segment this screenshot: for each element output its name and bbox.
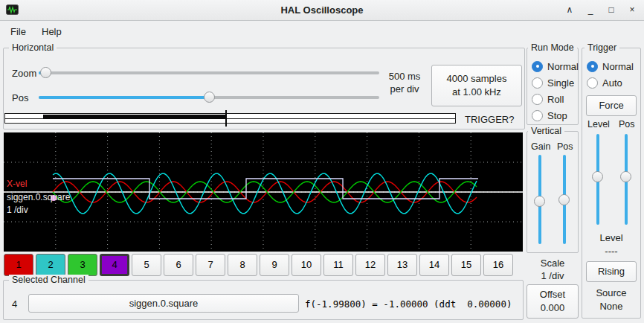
zoom-slider[interactable] [39, 66, 379, 80]
trigger-level-col-label: Level [587, 119, 610, 129]
titlebar: HAL Oscilloscope ∧ _ □ × [0, 0, 644, 21]
channel-button-9[interactable]: 9 [260, 254, 289, 276]
radio-single-icon [532, 77, 543, 89]
run-mode-group-label: Run Mode [528, 42, 577, 53]
pos-slider-handle[interactable] [204, 92, 215, 103]
channel-button-2[interactable]: 2 [36, 254, 65, 276]
per-div-label: 500 ms per div [381, 70, 428, 95]
channel-button-5[interactable]: 5 [132, 254, 161, 276]
radio-normal-label: Normal [602, 61, 634, 72]
radio-stop[interactable]: Stop [532, 107, 579, 124]
radio-normal[interactable]: Normal [532, 58, 579, 74]
samples-button[interactable]: 4000 samples at 1.00 kHz [431, 65, 522, 106]
app-window: HAL Oscilloscope ∧ _ □ × File Help Horiz… [0, 0, 644, 323]
vertical-group-label: Vertical [528, 126, 564, 136]
zoom-slider-handle[interactable] [40, 67, 51, 78]
radio-roll-label: Roll [547, 94, 564, 105]
radio-stop-icon [532, 110, 543, 121]
pos-label: Pos [12, 92, 28, 103]
zoom-slider-track [39, 71, 379, 74]
timeline[interactable] [4, 113, 456, 124]
shade-button[interactable]: ∧ [562, 3, 577, 18]
scale-value: 1 /div [527, 270, 579, 281]
offset-label: Offset [527, 288, 578, 301]
trigger-question-label: TRIGGER? [465, 114, 514, 125]
maximize-button[interactable]: □ [604, 3, 619, 18]
gain-slider-handle[interactable] [534, 196, 545, 207]
radio-normal-icon [587, 61, 598, 72]
pos-slider[interactable] [39, 91, 379, 104]
channel-button-12[interactable]: 12 [355, 254, 385, 276]
channel-buttons: 12345678910111213141516 [4, 254, 513, 276]
trigger-pos-slider-handle[interactable] [620, 171, 631, 182]
signal-name-button[interactable]: siggen.0.square [28, 294, 299, 313]
trigger-source-value: None [582, 301, 641, 312]
zoom-label: Zoom [12, 68, 36, 79]
offset-button[interactable]: Offset 0.000 [527, 284, 579, 319]
horizontal-group-label: Horizontal [9, 42, 57, 53]
trigger-level-label: Level [582, 232, 641, 243]
selected-channel-group-label: Selected Channel [9, 275, 88, 285]
timeline-view-band[interactable] [43, 115, 225, 119]
radio-normal-label: Normal [547, 61, 579, 72]
close-button[interactable]: × [625, 3, 640, 18]
channel-button-14[interactable]: 14 [419, 254, 449, 276]
scope-svg [4, 132, 523, 252]
window-title: HAL Oscilloscope [0, 4, 644, 16]
channel-button-11[interactable]: 11 [323, 254, 353, 276]
trigger-level-slider[interactable] [591, 134, 605, 225]
radio-single[interactable]: Single [532, 74, 579, 91]
trigger-group-label: Trigger [585, 42, 619, 53]
radio-roll-icon [532, 94, 543, 105]
radio-auto-icon [587, 77, 598, 89]
radio-roll[interactable]: Roll [532, 91, 579, 107]
trigger-pos-col-label: Pos [619, 119, 635, 129]
per-div-unit: per div [381, 83, 428, 95]
vertical-pos-label: Pos [557, 141, 573, 152]
radio-auto-label: Auto [602, 77, 622, 89]
scope-channel-label: X-vel [7, 179, 27, 189]
selected-channel-number: 4 [12, 298, 17, 310]
signal-value-readout: f(-1.99800) = -1.00000 (ddt 0.00000) [305, 298, 512, 310]
channel-button-10[interactable]: 10 [292, 254, 321, 276]
channel-button-15[interactable]: 15 [451, 254, 481, 276]
window-controls: ∧ _ □ × [562, 3, 640, 18]
trigger-level-slider-handle[interactable] [592, 171, 603, 182]
scope-div-label: 1 /div [7, 205, 28, 215]
radio-normal-icon [532, 61, 543, 72]
radio-normal[interactable]: Normal [587, 58, 634, 74]
channel-button-13[interactable]: 13 [387, 254, 417, 276]
trigger-source-label: Source [582, 287, 641, 298]
scope-signal-label: siggen.0.square [7, 192, 70, 202]
samples-rate: at 1.00 kHz [432, 86, 521, 99]
radio-stop-label: Stop [547, 110, 567, 121]
menu-help[interactable]: Help [36, 24, 68, 39]
channel-button-6[interactable]: 6 [164, 254, 193, 276]
menubar: File Help [0, 22, 644, 41]
gain-label: Gain [531, 141, 550, 152]
menu-file[interactable]: File [4, 24, 32, 39]
rising-button[interactable]: Rising [586, 261, 637, 282]
trigger-level-value: ---- [582, 246, 641, 257]
gain-slider[interactable] [533, 155, 547, 244]
pos-slider-fill [39, 96, 209, 99]
vertical-pos-slider[interactable] [558, 155, 571, 244]
run-mode-radios: NormalSingleRollStop [532, 58, 579, 124]
vertical-pos-slider-handle[interactable] [558, 194, 570, 205]
radio-auto[interactable]: Auto [587, 74, 634, 91]
timeline-trigger-tick[interactable] [225, 110, 227, 127]
scope-display[interactable]: X-vel siggen.0.square 1 /div [4, 132, 523, 252]
per-div-value: 500 ms [381, 70, 428, 83]
channel-button-1[interactable]: 1 [4, 254, 33, 276]
channel-button-4[interactable]: 4 [100, 254, 129, 276]
force-button[interactable]: Force [586, 95, 637, 116]
channel-button-7[interactable]: 7 [196, 254, 225, 276]
channel-button-16[interactable]: 16 [483, 254, 513, 276]
channel-button-3[interactable]: 3 [68, 254, 97, 276]
channel-button-8[interactable]: 8 [228, 254, 257, 276]
radio-single-label: Single [547, 77, 574, 89]
samples-count: 4000 samples [432, 72, 521, 86]
minimize-button[interactable]: _ [583, 3, 598, 18]
trigger-pos-slider[interactable] [619, 134, 633, 225]
scale-label: Scale [527, 258, 579, 269]
